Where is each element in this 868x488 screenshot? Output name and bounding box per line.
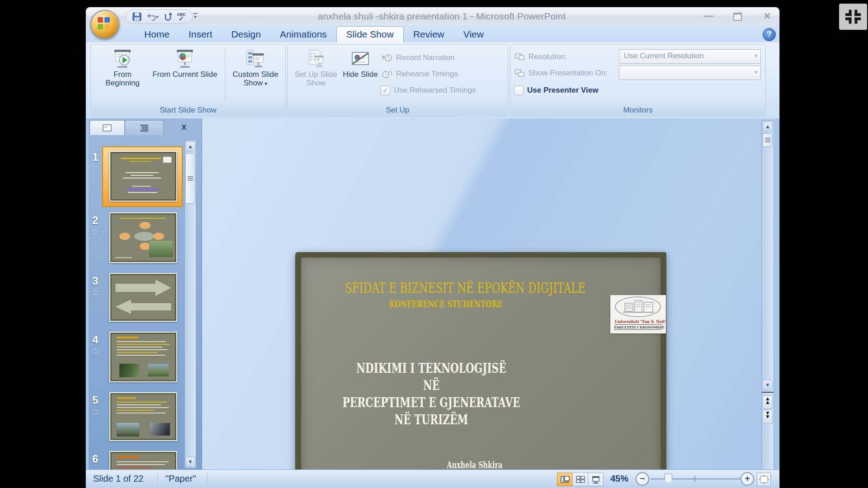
slide-subtitle[interactable]: KONFERENCE STUDENTORE <box>345 298 547 310</box>
rehearse-timings-icon <box>382 69 392 79</box>
set-up-slide-show-icon <box>306 47 326 70</box>
status-bar: Slide 1 of 22 "Paper" <box>86 469 779 488</box>
slide-title[interactable]: SFIDAT E BIZNESIT NË EPOKËN DIGJITALE <box>345 279 547 296</box>
spelling-icon: ABC ✓ <box>177 13 186 21</box>
animation-star-icon: ☆ <box>91 287 100 298</box>
next-slide-button[interactable]: ▼▼ <box>763 410 773 423</box>
scrollbar-grip-icon <box>765 138 770 142</box>
thumbnail-preview <box>110 152 176 201</box>
tab-view[interactable]: View <box>454 26 493 42</box>
slide-show-view-button[interactable] <box>588 473 604 486</box>
scrollbar-divider <box>762 392 774 393</box>
qat-more-caret-icon: ▾ <box>194 14 197 20</box>
animation-star-icon: ☆ <box>91 346 100 357</box>
spelling-button[interactable]: ABC ✓ <box>175 11 188 23</box>
from-beginning-button[interactable]: From Beginning <box>96 47 149 87</box>
logo-subtitle: FAKULTETI I EKONOMISË <box>614 324 662 330</box>
slide-indicator: Slide 1 of 22 <box>93 474 143 484</box>
panel-scrollbar[interactable]: ▲ ▼ <box>184 140 196 468</box>
slide-canvas[interactable]: SFIDAT E BIZNESIT NË EPOKËN DIGJITALE KO… <box>295 252 666 488</box>
record-narration-button[interactable]: Record Narration <box>382 52 454 64</box>
group-label-monitors: Monitors <box>511 104 765 116</box>
window-title: anxhela shuli -shkira preaentation 1 - M… <box>222 7 662 25</box>
show-presentation-icon <box>515 69 525 78</box>
animation-star-icon: ☆ <box>91 227 100 238</box>
tab-review[interactable]: Review <box>404 26 454 42</box>
zoom-in-button[interactable]: + <box>741 472 754 486</box>
hide-slide-icon <box>350 47 371 70</box>
thumbnail-slide-5[interactable] <box>109 392 177 441</box>
help-button[interactable]: ? <box>763 28 776 41</box>
zoom-slider-track[interactable] <box>650 479 741 479</box>
titlebar: anxhela shuli -shkira preaentation 1 - M… <box>86 7 779 25</box>
fit-slide-to-window-button[interactable] <box>757 473 771 486</box>
tab-design[interactable]: Design <box>222 26 270 42</box>
thumbnail-slide-2[interactable] <box>109 212 177 263</box>
compress-arrows-icon <box>842 6 864 27</box>
main-scrollbar-thumb[interactable] <box>763 133 773 147</box>
show-presentation-row: Show Presentation On: <box>515 67 608 79</box>
thumbnail-slide-4[interactable] <box>109 332 177 382</box>
theme-name: "Paper" <box>165 474 196 484</box>
thumbnail-preview <box>110 452 176 470</box>
exit-fullscreen-icon[interactable] <box>839 4 867 30</box>
slide-body-text[interactable]: NDIKIMI I TEKNOLOGJISË NË PERCEPTIMET E … <box>338 360 525 428</box>
use-presenter-view-checkbox[interactable]: Use Presenter View <box>514 84 599 96</box>
tab-animations[interactable]: Animations <box>270 26 336 42</box>
tab-home[interactable]: Home <box>135 26 179 42</box>
zoom-level[interactable]: 45% <box>610 474 628 484</box>
normal-view-button[interactable] <box>557 473 573 486</box>
show-presentation-dropdown[interactable]: ▾ <box>619 66 761 80</box>
undo-button[interactable]: ▾ <box>144 11 160 23</box>
save-button[interactable] <box>131 11 143 23</box>
thumbnail-slide-3[interactable] <box>109 273 177 322</box>
main-scrollbar[interactable]: ▲ ▼ ▲▲ ▼▼ <box>761 120 774 488</box>
rehearse-timings-button[interactable]: Rehearse Timings <box>382 68 458 80</box>
undo-dropdown-icon[interactable]: ▾ <box>156 14 159 20</box>
slide-2-number: 2 <box>92 214 104 227</box>
set-up-slide-show-button[interactable]: Set Up Slide Show <box>291 47 341 87</box>
restore-button[interactable] <box>730 11 745 21</box>
group-separator <box>225 48 225 103</box>
zoom-slider-handle[interactable] <box>665 474 672 483</box>
tab-insert[interactable]: Insert <box>179 26 222 42</box>
group-monitors: Resolution: Use Current Resolution ▾ Sho… <box>510 44 766 117</box>
outline-tab-icon <box>139 124 149 131</box>
slides-tab-icon <box>103 124 112 131</box>
zoom-out-button[interactable]: − <box>636 472 649 486</box>
thumbnail-preview <box>110 393 176 440</box>
slides-panel: x 1 <box>89 118 202 470</box>
main-scroll-down-button[interactable]: ▼ <box>763 380 773 390</box>
thumbnail-slide-6[interactable] <box>109 451 177 470</box>
slide-sorter-view-button[interactable] <box>572 473 588 486</box>
minimize-button[interactable]: — <box>701 11 716 21</box>
main-scroll-up-button[interactable]: ▲ <box>763 122 773 131</box>
resolution-dropdown[interactable]: Use Current Resolution ▾ <box>619 49 761 64</box>
group-start-slide-show: From Beginning <box>90 44 286 117</box>
undo-icon <box>146 12 156 22</box>
panel-scrollbar-thumb[interactable] <box>185 153 195 204</box>
thumbnail-slide-1[interactable] <box>109 151 177 202</box>
slide-6-number: 6 <box>92 453 104 465</box>
tab-slide-show[interactable]: Slide Show <box>336 26 404 42</box>
scrollbar-grip-icon <box>188 176 193 181</box>
checkbox-empty-icon <box>514 86 524 95</box>
repeat-button[interactable] <box>161 11 174 23</box>
previous-slide-button[interactable]: ▲▲ <box>763 395 773 409</box>
hide-slide-button[interactable]: Hide Slide <box>343 47 378 79</box>
custom-slide-show-button[interactable]: Custom Slide Show▾ <box>229 47 282 88</box>
close-button[interactable]: × <box>760 11 775 21</box>
panel-close-button[interactable]: x <box>178 121 190 132</box>
tab-slides[interactable] <box>90 120 125 135</box>
screen: anxhela shuli -shkira preaentation 1 - M… <box>0 0 868 488</box>
panel-scroll-up-button[interactable]: ▲ <box>185 141 195 151</box>
customize-qat-button[interactable]: ▾ <box>191 12 200 21</box>
office-button[interactable] <box>90 10 119 39</box>
use-rehearsed-timings-checkbox[interactable]: ✓ Use Rehearsed Timings <box>381 84 476 96</box>
tab-outline[interactable] <box>125 120 164 135</box>
panel-scroll-down-button[interactable]: ▼ <box>185 457 195 467</box>
from-beginning-icon <box>112 47 133 70</box>
dropdown-icon: ▾ <box>264 80 267 87</box>
office-logo-icon <box>98 17 110 30</box>
from-current-slide-button[interactable]: From Current Slide <box>151 47 219 79</box>
